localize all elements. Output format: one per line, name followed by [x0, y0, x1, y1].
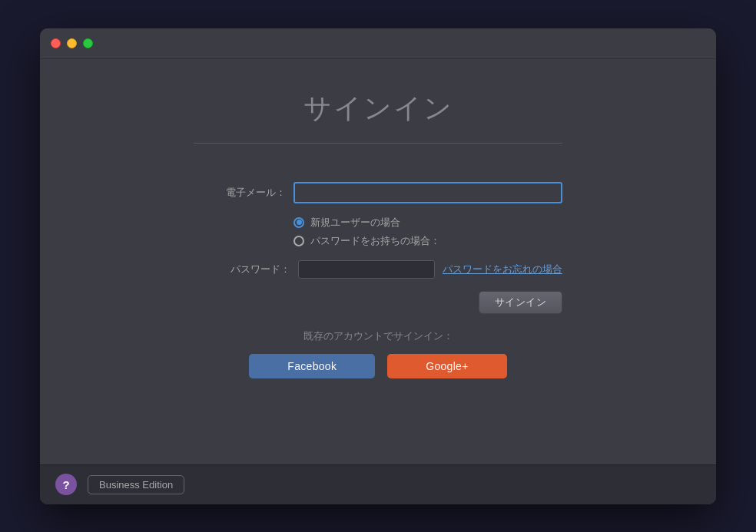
- social-label: 既存のアカウントでサインイン：: [303, 329, 453, 343]
- traffic-lights: [51, 38, 93, 48]
- help-icon-button[interactable]: ?: [55, 474, 77, 495]
- app-window: サインイン 電子メール： 新規ユーザーの場合: [40, 28, 716, 504]
- window-content: サインイン 電子メール： 新規ユーザーの場合: [40, 59, 716, 464]
- radio-new-user-label: 新規ユーザーの場合: [310, 216, 400, 230]
- radio-new-user[interactable]: [293, 217, 304, 228]
- password-row: パスワード： パスワードをお忘れの場合: [194, 260, 562, 279]
- password-label: パスワード：: [230, 263, 290, 276]
- signin-button-row: サインイン: [194, 291, 562, 314]
- maximize-button[interactable]: [83, 38, 93, 48]
- radio-group-row: 新規ユーザーの場合 パスワードをお持ちの場合：: [194, 216, 562, 248]
- page-title: サインイン: [303, 90, 453, 127]
- radio-have-password-label: パスワードをお持ちの場合：: [310, 234, 440, 248]
- facebook-button[interactable]: Facebook: [249, 354, 375, 378]
- minimize-button[interactable]: [67, 38, 77, 48]
- email-input[interactable]: [293, 182, 562, 203]
- signin-button[interactable]: サインイン: [479, 291, 563, 314]
- google-button[interactable]: Google+: [387, 354, 506, 378]
- radio-group: 新規ユーザーの場合 パスワードをお持ちの場合：: [293, 216, 562, 248]
- main-area: サインイン 電子メール： 新規ユーザーの場合: [40, 74, 716, 464]
- title-divider: [194, 143, 562, 144]
- password-input[interactable]: [298, 260, 435, 279]
- form-area: 電子メール： 新規ユーザーの場合 パスワードをお持ちの場合：: [194, 182, 562, 314]
- password-inputs-group: パスワードをお忘れの場合: [298, 260, 562, 279]
- bottom-bar: ? Business Edition: [40, 464, 716, 504]
- radio-have-password-row[interactable]: パスワードをお持ちの場合：: [293, 234, 562, 248]
- social-section: 既存のアカウントでサインイン： Facebook Google+: [249, 329, 506, 378]
- social-buttons: Facebook Google+: [249, 354, 506, 378]
- business-edition-button[interactable]: Business Edition: [88, 475, 184, 494]
- title-bar: [40, 28, 716, 59]
- close-button[interactable]: [51, 38, 61, 48]
- radio-new-user-row[interactable]: 新規ユーザーの場合: [293, 216, 562, 230]
- email-label: 電子メール：: [226, 186, 286, 200]
- forgot-password-link[interactable]: パスワードをお忘れの場合: [443, 263, 562, 276]
- radio-have-password[interactable]: [293, 236, 304, 246]
- email-row: 電子メール：: [194, 182, 562, 203]
